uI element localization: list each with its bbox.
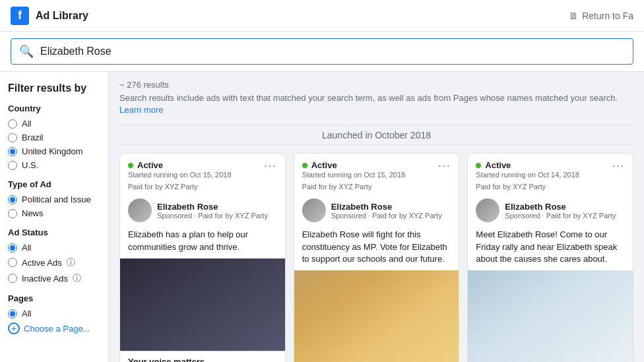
ad-card-1: Active Started running on Oct 15, 2018 ·…: [119, 153, 286, 362]
ad-1-profile-info: Elizabeth Rose Sponsored · Paid for by X…: [157, 202, 268, 220]
ad-3-date: Started running on Oct 14, 2018: [476, 171, 579, 179]
ad-2-avatar: [302, 198, 326, 222]
ad-1-image: [120, 258, 285, 351]
ad-2-profile-info: Elizabeth Rose Sponsored · Paid for by X…: [331, 202, 442, 220]
learn-more-link[interactable]: Learn more: [119, 105, 163, 115]
ad-3-avatar: [476, 198, 499, 222]
type-news-label: News: [22, 208, 44, 218]
ad-2-status-block: Active Started running on Oct 15, 2018: [302, 160, 406, 179]
filter-option-uk[interactable]: United Kingdom: [8, 146, 100, 156]
filter-section-status: Ad Status All Active Ads ⓘ Inactive Ads …: [8, 227, 100, 284]
ad-3-profile: Elizabeth Rose Sponsored · Paid for by X…: [468, 195, 633, 226]
header-left: f Ad Library: [11, 7, 88, 25]
filter-option-active-ads[interactable]: Active Ads ⓘ: [8, 256, 100, 268]
main-layout: Filter results by Country All Brazil Uni…: [0, 72, 644, 362]
ad-3-page-name[interactable]: Elizabeth Rose: [505, 202, 616, 212]
status-active-label: Active Ads: [22, 258, 62, 268]
filter-option-news[interactable]: News: [8, 208, 100, 218]
results-description: Search results include ads with text tha…: [119, 92, 633, 116]
return-to-facebook-button[interactable]: 🗎 Return to Fa: [569, 11, 633, 21]
return-icon: 🗎: [569, 11, 578, 21]
inactive-ads-info-icon[interactable]: ⓘ: [73, 272, 81, 284]
ad-1-date: Started running on Oct 15, 2018: [128, 171, 232, 179]
ad-card-1-header: Active Started running on Oct 15, 2018 ·…: [120, 154, 285, 183]
ad-2-page-name[interactable]: Elizabeth Rose: [331, 202, 442, 212]
active-ads-info-icon[interactable]: ⓘ: [67, 256, 75, 268]
results-count: ~ 276 results: [119, 80, 633, 90]
ad-1-menu-button[interactable]: ···: [264, 160, 276, 172]
ad-2-sponsored: Sponsored · Paid for by XYZ Party: [331, 212, 442, 220]
status-section-title: Ad Status: [8, 227, 100, 237]
pages-all-label: All: [22, 309, 31, 318]
choose-page-label: Choose a Page...: [24, 324, 90, 334]
sidebar: Filter results by Country All Brazil Uni…: [0, 72, 109, 362]
filter-section-country: Country All Brazil United Kingdom U.S.: [8, 104, 100, 170]
ad-2-paid-by: Paid for by XYZ Party: [294, 183, 459, 195]
ad-3-image: [468, 270, 633, 362]
ad-1-sponsored: Sponsored · Paid for by XYZ Party: [157, 212, 268, 220]
ad-2-status-dot: [302, 163, 307, 168]
search-icon: 🔍: [19, 44, 34, 59]
ad-1-paid-by: Paid for by XYZ Party: [120, 183, 285, 195]
search-bar: 🔍: [11, 38, 633, 65]
app-title: Ad Library: [36, 10, 88, 22]
filter-option-status-all[interactable]: All: [8, 243, 100, 253]
launched-header: Launched in October 2018: [119, 125, 633, 145]
ad-2-text: Elizabeth Rose will fight for this const…: [294, 226, 459, 270]
ad-card-3: Active Started running on Oct 14, 2018 ·…: [467, 153, 633, 362]
ad-3-paid-by: Paid for by XYZ Party: [468, 183, 633, 195]
ad-3-profile-info: Elizabeth Rose Sponsored · Paid for by X…: [505, 202, 616, 220]
ad-card-2-header: Active Started running on Oct 15, 2018 ·…: [294, 154, 459, 183]
ad-1-page-name[interactable]: Elizabeth Rose: [157, 202, 268, 212]
ad-1-status-block: Active Started running on Oct 15, 2018: [128, 160, 232, 179]
status-inactive-label: Inactive Ads: [22, 274, 68, 284]
ad-3-menu-button[interactable]: ···: [612, 160, 625, 172]
country-section-title: Country: [8, 104, 100, 113]
filter-section-type: Type of Ad Political and Issue News: [8, 179, 100, 218]
filter-option-inactive-ads[interactable]: Inactive Ads ⓘ: [8, 272, 100, 284]
filter-section-pages: Pages All + Choose a Page...: [8, 293, 100, 334]
type-section-title: Type of Ad: [8, 179, 100, 189]
ad-card-2: Active Started running on Oct 15, 2018 ·…: [294, 153, 460, 362]
ad-1-footer-title: Your voice matters: [128, 357, 277, 362]
ads-grid: Active Started running on Oct 15, 2018 ·…: [119, 153, 633, 362]
add-page-icon: +: [8, 322, 20, 334]
type-political-label: Political and Issue: [22, 195, 91, 204]
ad-1-profile: Elizabeth Rose Sponsored · Paid for by X…: [120, 195, 285, 226]
search-input[interactable]: [40, 45, 625, 57]
app-header: f Ad Library 🗎 Return to Fa: [0, 0, 644, 32]
facebook-logo: f: [11, 7, 29, 25]
search-bar-container: 🔍: [0, 32, 644, 72]
ad-3-status-block: Active Started running on Oct 14, 2018: [476, 160, 579, 179]
ad-2-profile: Elizabeth Rose Sponsored · Paid for by X…: [294, 195, 459, 226]
content-area: ~ 276 results Search results include ads…: [109, 72, 644, 362]
ad-2-menu-button[interactable]: ···: [438, 160, 451, 172]
sidebar-title: Filter results by: [8, 82, 100, 94]
filter-option-us[interactable]: U.S.: [8, 160, 100, 170]
ad-1-text: Elizabeth has a plan to help our communi…: [120, 226, 285, 258]
ad-3-text: Meet Elizabeth Rose! Come to our Friday …: [468, 226, 633, 270]
ad-1-avatar: [128, 198, 152, 222]
status-all-label: All: [22, 243, 31, 253]
pages-section-title: Pages: [8, 293, 100, 303]
ad-1-status-text: Active: [137, 160, 163, 170]
ad-2-status-text: Active: [311, 160, 337, 170]
ad-3-sponsored: Sponsored · Paid for by XYZ Party: [505, 212, 616, 220]
ad-card-3-header: Active Started running on Oct 14, 2018 ·…: [468, 154, 633, 183]
ad-3-status-dot: [476, 163, 481, 168]
choose-page-button[interactable]: + Choose a Page...: [8, 322, 100, 334]
ad-2-date: Started running on Oct 15, 2018: [302, 171, 406, 179]
ad-3-status-text: Active: [485, 160, 511, 170]
ad-1-footer: Your voice matters Voters are excited to…: [120, 351, 285, 362]
country-brazil-label: Brazil: [22, 133, 44, 142]
ad-2-image: [294, 270, 459, 362]
filter-option-brazil[interactable]: Brazil: [8, 133, 100, 142]
country-all-label: All: [22, 119, 31, 129]
filter-option-pages-all[interactable]: All: [8, 309, 100, 318]
ad-1-status-dot: [128, 163, 133, 168]
country-us-label: U.S.: [22, 160, 38, 170]
country-uk-label: United Kingdom: [22, 146, 83, 156]
filter-option-political[interactable]: Political and Issue: [8, 195, 100, 204]
filter-option-all-country[interactable]: All: [8, 119, 100, 129]
